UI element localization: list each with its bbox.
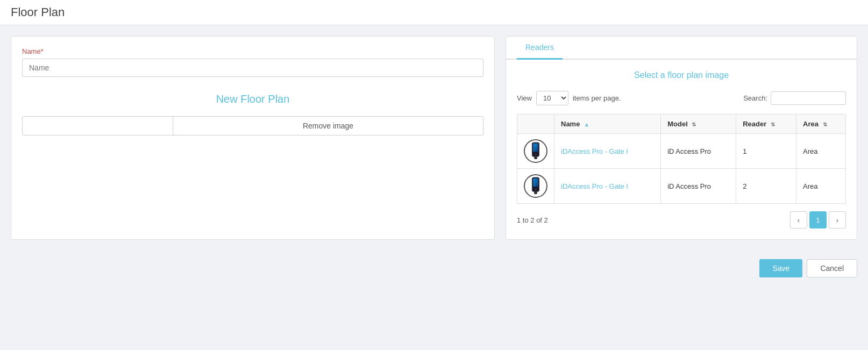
page-header: Floor Plan <box>0 0 868 25</box>
pagination-bar: 1 to 2 of 2 ‹ 1 › <box>517 211 846 228</box>
name-input[interactable] <box>22 59 483 77</box>
pagination-buttons: ‹ 1 › <box>790 211 846 228</box>
right-panel: Readers Select a floor plan image View 1… <box>506 36 857 240</box>
device-model-cell-1: iD Access Pro <box>661 134 736 169</box>
page-container: Floor Plan Name* New Floor Plan Remove i… <box>0 0 868 350</box>
search-label: Search: <box>743 94 767 102</box>
device-name-cell-2: iDAccess Pro - Gate I <box>554 169 661 204</box>
floor-plan-section-title: New Floor Plan <box>22 93 483 105</box>
col-icon <box>517 115 554 134</box>
device-name-link-2[interactable]: iDAccess Pro - Gate I <box>561 182 628 190</box>
page-1-button[interactable]: 1 <box>809 211 827 228</box>
device-svg-2 <box>530 177 542 195</box>
sort-icon-reader: ⇅ <box>771 122 775 127</box>
view-label: View <box>517 94 532 102</box>
table-body: iDAccess Pro - Gate I iD Access Pro 1 Ar… <box>517 134 846 204</box>
device-area-cell-2: Area <box>796 169 846 204</box>
device-icon-2 <box>524 174 547 198</box>
items-per-page-text: items per page. <box>573 94 621 102</box>
readers-table: Name ▲ Model ⇅ Reader ⇅ <box>517 114 846 204</box>
left-panel: Name* New Floor Plan Remove image <box>11 36 495 240</box>
right-panel-content: Select a floor plan image View 10 25 50 … <box>506 60 857 239</box>
tabs-bar: Readers <box>506 37 857 60</box>
cancel-button[interactable]: Cancel <box>807 259 857 277</box>
sort-icon-model: ⇅ <box>692 122 696 127</box>
device-name-link-1[interactable]: iDAccess Pro - Gate I <box>561 147 628 155</box>
device-area-cell-1: Area <box>796 134 846 169</box>
device-icon-cell-1 <box>517 134 554 169</box>
pagination-info: 1 to 2 of 2 <box>517 216 548 224</box>
name-field-label: Name* <box>22 47 483 55</box>
device-model-cell-2: iD Access Pro <box>661 169 736 204</box>
sort-icon-name: ▲ <box>584 122 589 127</box>
prev-page-button[interactable]: ‹ <box>790 211 807 228</box>
svg-rect-7 <box>533 178 538 187</box>
table-row: iDAccess Pro - Gate I iD Access Pro 2 Ar… <box>517 169 846 204</box>
device-name-cell-1: iDAccess Pro - Gate I <box>554 134 661 169</box>
device-icon-cell-2 <box>517 169 554 204</box>
svg-rect-4 <box>534 156 537 159</box>
page-title: Floor Plan <box>11 5 857 19</box>
svg-point-3 <box>535 154 537 156</box>
save-button[interactable]: Save <box>759 259 802 277</box>
table-header: Name ▲ Model ⇅ Reader ⇅ <box>517 115 846 134</box>
remove-image-button[interactable]: Remove image <box>173 117 483 135</box>
search-area: Search: <box>743 91 846 105</box>
action-bar: Save Cancel <box>0 251 868 283</box>
table-row: iDAccess Pro - Gate I iD Access Pro 1 Ar… <box>517 134 846 169</box>
image-controls: Remove image <box>22 116 483 135</box>
device-svg-1 <box>530 142 542 160</box>
image-filename-area <box>23 117 173 135</box>
col-name[interactable]: Name ▲ <box>554 115 661 134</box>
svg-point-8 <box>535 189 537 191</box>
device-reader-cell-1: 1 <box>736 134 796 169</box>
per-page-select[interactable]: 10 25 50 100 <box>536 91 568 105</box>
svg-rect-9 <box>534 191 537 194</box>
next-page-button[interactable]: › <box>829 211 846 228</box>
main-content: Name* New Floor Plan Remove image Reader… <box>0 25 868 251</box>
view-controls: View 10 25 50 100 items per page. Search… <box>517 91 846 105</box>
col-model[interactable]: Model ⇅ <box>661 115 736 134</box>
tab-readers[interactable]: Readers <box>517 37 563 60</box>
col-reader[interactable]: Reader ⇅ <box>736 115 796 134</box>
search-input[interactable] <box>771 91 846 105</box>
sort-icon-area: ⇅ <box>823 122 827 127</box>
device-icon-1 <box>524 139 547 163</box>
col-area[interactable]: Area ⇅ <box>796 115 846 134</box>
device-reader-cell-2: 2 <box>736 169 796 204</box>
select-image-title: Select a floor plan image <box>517 70 846 80</box>
svg-rect-2 <box>533 144 538 152</box>
